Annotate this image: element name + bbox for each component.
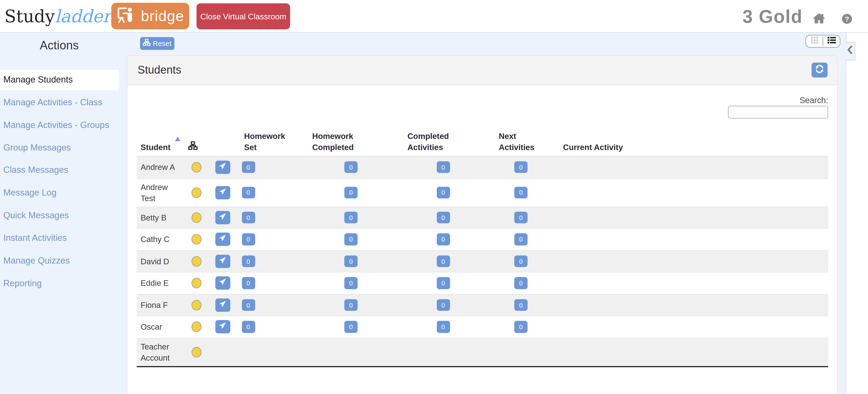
column-header-current-activity[interactable]: Current Activity xyxy=(563,142,640,153)
status-dot xyxy=(191,322,201,332)
class-name: 3 Gold xyxy=(722,6,803,27)
sidebar-item-quick-messages[interactable]: Quick Messages xyxy=(3,211,69,222)
homework-set-count[interactable]: 0 xyxy=(242,299,255,311)
next-activities-count[interactable]: 0 xyxy=(514,277,528,289)
completed-activities-count[interactable]: 0 xyxy=(436,255,450,267)
homework-completed-count[interactable]: 0 xyxy=(344,255,358,267)
sidebar-item-group-messages[interactable]: Group Messages xyxy=(3,143,71,154)
students-panel: Students Search: xyxy=(126,55,838,394)
homework-set-count[interactable]: 0 xyxy=(242,234,255,245)
sidebar-item-reporting[interactable]: Reporting xyxy=(3,278,42,290)
homework-set-count[interactable]: 0 xyxy=(242,321,255,333)
column-header-student[interactable]: Student xyxy=(141,142,170,153)
completed-activities-count[interactable]: 0 xyxy=(436,161,450,173)
presenter-board-icon xyxy=(117,6,136,26)
homework-completed-count[interactable]: 0 xyxy=(344,234,358,245)
next-activities-count[interactable]: 0 xyxy=(514,299,528,311)
send-message-button[interactable] xyxy=(215,186,230,199)
paper-plane-icon xyxy=(219,256,226,266)
homework-set-count[interactable]: 0 xyxy=(242,161,255,173)
close-virtual-classroom-button[interactable]: Close Virtual Classroom xyxy=(196,3,290,30)
homework-completed-count[interactable]: 0 xyxy=(344,161,358,173)
homework-completed-count[interactable]: 0 xyxy=(344,187,358,199)
right-side-panel xyxy=(845,32,868,394)
send-message-button[interactable] xyxy=(215,254,230,268)
search-label: Search: xyxy=(800,95,828,105)
panel-title: Students xyxy=(138,64,181,77)
sidebar-active-label: Manage Students xyxy=(3,75,73,85)
send-message-button[interactable] xyxy=(215,233,230,246)
homework-completed-count[interactable]: 0 xyxy=(344,277,358,289)
column-header-completed-activities[interactable]: Completed Activities xyxy=(407,131,461,153)
column-header-homework-set[interactable]: Homework Set xyxy=(244,131,290,153)
chevron-left-icon xyxy=(847,46,852,57)
student-name: Eddie E xyxy=(141,278,184,289)
sidebar-item-manage-activities-groups[interactable]: Manage Activities - Groups xyxy=(3,120,110,131)
next-activities-count[interactable]: 0 xyxy=(514,234,528,245)
logo-study: Study xyxy=(4,6,55,26)
completed-activities-count[interactable]: 0 xyxy=(436,187,450,199)
student-name: Fiona F xyxy=(141,299,184,310)
collapse-panel-tab[interactable] xyxy=(845,42,855,60)
send-message-button[interactable] xyxy=(215,160,230,174)
homework-set-count[interactable]: 0 xyxy=(242,277,255,289)
status-dot xyxy=(191,212,201,223)
studyladder-logo[interactable]: Studyladder xyxy=(4,6,111,27)
completed-activities-count[interactable]: 0 xyxy=(436,212,450,223)
refresh-icon xyxy=(815,64,824,76)
top-bar: Studyladder bridge Close Virtual Class xyxy=(0,0,868,33)
sidebar-item-manage-students[interactable]: Manage Students xyxy=(0,70,119,90)
next-activities-count[interactable]: 0 xyxy=(514,255,528,267)
completed-activities-count[interactable]: 0 xyxy=(436,321,450,333)
reset-button[interactable]: Reset xyxy=(140,37,175,50)
paper-plane-icon xyxy=(219,235,226,244)
sidebar-item-message-log[interactable]: Message Log xyxy=(3,188,57,199)
list-view-button[interactable] xyxy=(823,35,840,47)
column-header-homework-completed[interactable]: Homework Completed xyxy=(312,131,366,153)
grid-view-icon xyxy=(811,36,818,46)
completed-activities-count[interactable]: 0 xyxy=(436,299,450,311)
send-message-button[interactable] xyxy=(215,320,230,333)
student-name: Cathy C xyxy=(141,234,184,245)
refresh-button[interactable] xyxy=(812,63,828,78)
sitemap-column-icon[interactable] xyxy=(188,141,198,152)
homework-completed-count[interactable]: 0 xyxy=(344,212,358,223)
grid-view-button[interactable] xyxy=(806,35,823,47)
next-activities-count[interactable]: 0 xyxy=(514,161,528,173)
student-name: Andrew Test xyxy=(141,181,184,204)
homework-set-count[interactable]: 0 xyxy=(242,255,255,267)
sidebar-item-manage-activities-class[interactable]: Manage Activities - Class xyxy=(3,97,102,109)
homework-set-count[interactable]: 0 xyxy=(242,187,255,199)
next-activities-count[interactable]: 0 xyxy=(514,187,528,199)
status-dot xyxy=(191,187,201,198)
sidebar-item-class-messages[interactable]: Class Messages xyxy=(3,165,68,176)
home-icon[interactable] xyxy=(813,13,826,27)
status-dot xyxy=(191,278,201,288)
homework-completed-count[interactable]: 0 xyxy=(344,321,358,333)
column-header-next-activities[interactable]: Next Activities xyxy=(499,131,541,153)
student-row: Eddie E 0 0 0 0 xyxy=(137,272,828,294)
homework-completed-count[interactable]: 0 xyxy=(344,299,358,311)
help-icon[interactable]: ? xyxy=(842,14,852,24)
sitemap-icon xyxy=(143,39,151,48)
content-area: Actions Manage Students Manage Activitie… xyxy=(0,32,868,394)
status-dot xyxy=(191,162,201,172)
send-message-button[interactable] xyxy=(215,298,230,312)
send-message-button[interactable] xyxy=(215,211,230,224)
homework-set-count[interactable]: 0 xyxy=(242,212,255,223)
next-activities-count[interactable]: 0 xyxy=(514,321,528,333)
send-message-button[interactable] xyxy=(215,276,230,290)
view-toggle xyxy=(805,35,840,48)
table-header: Student Homework Set Homework Completed … xyxy=(137,128,828,157)
student-row: Teacher Account xyxy=(137,338,828,366)
student-name: David D xyxy=(141,256,184,267)
status-dot xyxy=(191,300,201,310)
paper-plane-icon xyxy=(219,300,226,310)
sidebar-item-instant-activities[interactable]: Instant Activities xyxy=(3,233,67,244)
sidebar-item-manage-quizzes[interactable]: Manage Quizzes xyxy=(3,256,70,267)
completed-activities-count[interactable]: 0 xyxy=(436,277,450,289)
search-input[interactable] xyxy=(728,106,828,119)
completed-activities-count[interactable]: 0 xyxy=(436,234,450,245)
bridge-button[interactable]: bridge xyxy=(111,3,189,29)
next-activities-count[interactable]: 0 xyxy=(514,212,528,223)
